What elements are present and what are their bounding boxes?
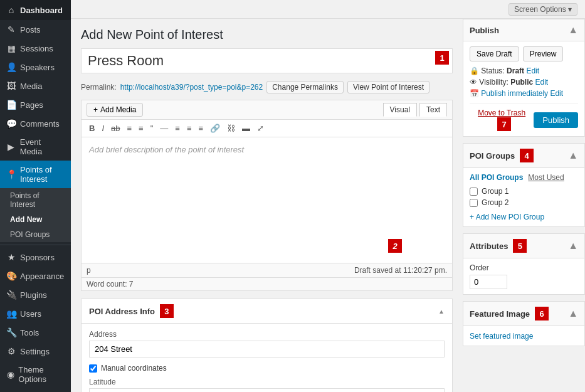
strikethrough-btn[interactable]: ab (108, 122, 122, 134)
post-title-input[interactable] (81, 48, 453, 73)
align-center-btn[interactable]: ≡ (184, 122, 194, 134)
save-draft-btn[interactable]: Save Draft (470, 46, 519, 61)
sidebar-item-comments[interactable]: 💬 Comments (0, 114, 71, 133)
poi-groups-toggle[interactable]: ▲ (568, 150, 578, 161)
publish-action-row: Move to Trash 7 Publish (470, 103, 578, 131)
publish-time-label[interactable]: Publish immediately (481, 89, 548, 98)
link-btn[interactable]: 🔗 (208, 122, 223, 134)
publish-toggle[interactable]: ▲ (568, 24, 578, 36)
featured-image-toggle[interactable]: ▲ (568, 308, 578, 319)
sidebar-item-settings[interactable]: ⚙ Settings (0, 342, 71, 361)
add-media-btn[interactable]: + Add Media (87, 103, 143, 117)
main-area: Screen Options ▾ Add New Point of Intere… (71, 0, 585, 392)
align-left-btn[interactable]: ≡ (172, 122, 182, 134)
more-btn[interactable]: ▬ (240, 122, 253, 134)
unlink-btn[interactable]: ⛓ (224, 122, 238, 134)
sidebar-item-pages[interactable]: 📄 Pages (0, 95, 71, 114)
address-input[interactable] (89, 341, 445, 358)
topbar: Screen Options ▾ (71, 0, 585, 19)
set-featured-image-link[interactable]: Set featured image (470, 332, 533, 341)
visibility-edit-link[interactable]: Edit (535, 78, 549, 87)
poi-address-toggle[interactable]: ▲ (438, 308, 445, 315)
sidebar-item-label: Pages (20, 100, 43, 110)
ol-btn[interactable]: ≡ (136, 122, 146, 134)
sidebar-item-posts[interactable]: ✎ Posts (0, 20, 71, 39)
event-media-icon: ▶ (6, 142, 16, 152)
editor-content[interactable]: Add brief description of the point of in… (82, 137, 452, 263)
editor-tabs: Visual Text (383, 103, 447, 117)
sidebar-item-media[interactable]: 🖼 Media (0, 77, 71, 95)
poi-tab-all[interactable]: All POI Groups (470, 173, 523, 182)
latitude-input[interactable] (89, 388, 445, 392)
sidebar-item-label: Tools (20, 328, 39, 337)
sponsors-icon: ★ (6, 252, 16, 262)
publish-btn[interactable]: Publish (534, 112, 578, 128)
italic-btn[interactable]: I (99, 122, 107, 134)
sidebar-item-plugins[interactable]: 🔌 Plugins (0, 285, 71, 304)
tab-text[interactable]: Text (419, 103, 447, 117)
poi-tab-most-used[interactable]: Most Used (528, 173, 564, 182)
sidebar-sub-label: POI Groups (10, 230, 50, 239)
sidebar-item-event-media[interactable]: ▶ Event Media (0, 133, 71, 161)
preview-btn[interactable]: Preview (523, 46, 564, 61)
view-poi-btn[interactable]: View Point of Interest (347, 81, 430, 93)
sidebar-item-theme-options[interactable]: ◉ Theme Options (0, 361, 71, 388)
hr-btn[interactable]: — (157, 122, 171, 134)
sidebar-item-label: Theme Options (18, 365, 65, 384)
add-media-label: Add Media (100, 105, 136, 114)
sidebar-item-poi[interactable]: 📍 Points of Interest (0, 161, 71, 188)
editor-area: Add New Point of Interest 1 Permalink: h… (71, 19, 463, 392)
bold-btn[interactable]: B (87, 122, 97, 134)
publish-box: Publish ▲ Save Draft Preview 🔒 Status: D… (463, 19, 585, 137)
align-right-btn[interactable]: ≡ (196, 122, 206, 134)
status-edit-link[interactable]: Edit (526, 66, 539, 75)
poi-address-title: POI Address Info 3 (89, 304, 174, 318)
featured-image-header[interactable]: Featured Image 6 ▲ (463, 302, 584, 326)
permalink-bar: Permalink: http://localhost/a39/?post_ty… (81, 81, 453, 93)
poi-address-box: POI Address Info 3 ▲ Address Manual coor… (81, 299, 453, 392)
comments-icon: 💬 (6, 119, 16, 129)
sidebar-item-appearance[interactable]: 🎨 Appearance (0, 267, 71, 285)
move-to-trash-btn[interactable]: Move to Trash 7 (470, 109, 534, 131)
collapse-menu-btn[interactable]: ◀ Collapse menu (0, 388, 71, 392)
sidebar-sub-poi-list[interactable]: Points of Interest (0, 188, 71, 212)
sidebar-item-tools[interactable]: 🔧 Tools (0, 323, 71, 342)
order-input[interactable] (470, 275, 507, 289)
sidebar-item-sessions[interactable]: ▦ Sessions (0, 39, 71, 58)
poi-group-item-1: Group 1 (470, 187, 578, 196)
publish-time-edit[interactable]: Edit (550, 89, 563, 98)
featured-image-title: Featured Image 6 (470, 307, 549, 320)
status-label: Status: (481, 66, 504, 75)
poi-group-item-2: Group 2 (470, 198, 578, 207)
permalink-url[interactable]: http://localhost/a39/?post_type=poi&p=26… (120, 83, 263, 92)
publish-box-header[interactable]: Publish ▲ (463, 19, 584, 41)
speakers-icon: 👤 (6, 62, 16, 72)
manual-coords-checkbox[interactable] (89, 364, 97, 373)
publish-action-btns: Save Draft Preview (470, 46, 578, 61)
poi-address-header[interactable]: POI Address Info 3 ▲ (82, 299, 452, 324)
ul-btn[interactable]: ≡ (124, 122, 134, 134)
annotation-6: 6 (535, 307, 549, 320)
sidebar-item-speakers[interactable]: 👤 Speakers (0, 58, 71, 77)
attributes-toggle[interactable]: ▲ (568, 240, 578, 252)
sidebar-dashboard[interactable]: ⌂ Dashboard (0, 0, 71, 20)
latitude-field: Latitude (89, 378, 445, 392)
publish-title: Publish (470, 26, 499, 35)
sidebar-sub-poi-groups[interactable]: POI Groups (0, 227, 71, 242)
sidebar-item-label: Event Media (20, 137, 65, 156)
attributes-box: Attributes 5 ▲ Order (463, 233, 585, 295)
attributes-header[interactable]: Attributes 5 ▲ (463, 234, 584, 258)
change-permalinks-btn[interactable]: Change Permalinks (266, 81, 344, 93)
sidebar-sub-add-new[interactable]: Add New (0, 212, 71, 227)
sidebar-item-sponsors[interactable]: ★ Sponsors (0, 248, 71, 267)
poi-group-checkbox-1[interactable] (470, 188, 478, 196)
tab-visual[interactable]: Visual (383, 103, 417, 117)
blockquote-btn[interactable]: " (148, 122, 156, 134)
poi-groups-header[interactable]: POI Groups 4 ▲ (463, 144, 584, 168)
poi-icon: 📍 (6, 169, 16, 179)
sidebar-item-users[interactable]: 👥 Users (0, 304, 71, 323)
add-poi-group-link[interactable]: + Add New POI Group (470, 213, 544, 221)
poi-group-checkbox-2[interactable] (470, 199, 478, 207)
fullscreen-btn[interactable]: ⤢ (255, 122, 266, 134)
screen-options-btn[interactable]: Screen Options ▾ (509, 3, 577, 16)
